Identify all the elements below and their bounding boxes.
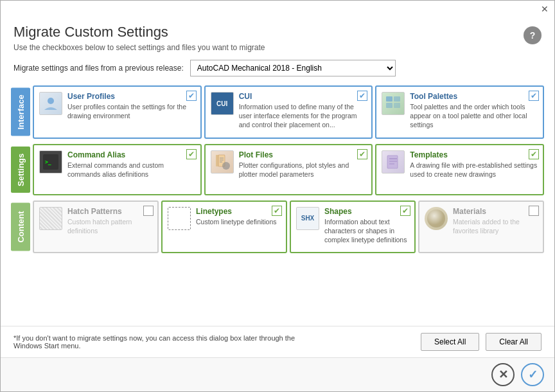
checkbox-checked-icon[interactable]: ✔ <box>357 91 367 101</box>
materials-icon <box>425 207 448 230</box>
settings-label: Settings <box>11 147 30 193</box>
dialog-title: Migrate Custom Settings <box>13 24 265 40</box>
user-profiles-desc: User profiles contain the settings for t… <box>67 102 195 120</box>
card-header: User Profiles User profiles contain the … <box>39 92 195 120</box>
command-alias-title: Command Alias <box>67 150 195 159</box>
footer: *If you don't want to migrate settings n… <box>1 326 554 357</box>
svg-point-12 <box>222 162 230 170</box>
hatch-patterns-icon <box>39 207 62 230</box>
dialog-title-area: Migrate Custom Settings Use the checkbox… <box>13 24 265 52</box>
linetypes-checkbox[interactable]: ✔ <box>272 206 282 216</box>
templates-checkbox[interactable]: ✔ <box>529 149 539 159</box>
hatch-patterns-title: Hatch Patterns <box>67 207 152 216</box>
hatch-patterns-checkbox[interactable] <box>143 206 154 216</box>
linetypes-icon <box>168 207 191 230</box>
hatch-patterns-desc: Custom hatch pattern definitions <box>67 217 152 235</box>
card-materials: Materials Materials added to the favorit… <box>418 200 544 254</box>
user-profiles-checkbox[interactable]: ✔ <box>186 91 197 101</box>
user-profiles-title: User Profiles <box>67 92 195 101</box>
linetypes-title: Linetypes <box>196 207 281 216</box>
templates-icon <box>382 150 405 174</box>
command-alias-icon: >_ <box>39 150 62 174</box>
card-user-profiles: ✔ User Profiles User prof <box>33 85 202 139</box>
cui-desc: Information used to define many of the u… <box>239 102 367 130</box>
user-profiles-icon <box>39 92 62 115</box>
interface-label: Interface <box>11 88 30 136</box>
card-title-area: Hatch Patterns Custom hatch pattern defi… <box>67 207 152 235</box>
card-shapes: ✔ SHX Shapes Information about text char… <box>290 200 416 254</box>
templates-title: Templates <box>410 150 538 159</box>
svg-point-17 <box>427 209 445 227</box>
checkbox-checked-icon[interactable]: ✔ <box>400 206 410 216</box>
shapes-desc: Information about text characters or sha… <box>324 217 409 245</box>
svg-rect-13 <box>387 156 398 168</box>
migrate-select[interactable]: AutoCAD Mechanical 2018 - EnglishAutoCAD… <box>190 60 396 76</box>
tool-palettes-icon <box>382 92 405 115</box>
dialog-header: Migrate Custom Settings Use the checkbox… <box>1 17 554 56</box>
tool-palettes-checkbox[interactable]: ✔ <box>529 91 539 101</box>
plot-files-checkbox[interactable]: ✔ <box>357 149 367 159</box>
footer-note: *If you don't want to migrate settings n… <box>13 334 309 350</box>
plot-files-icon <box>211 150 234 174</box>
card-title-area: User Profiles User profiles contain the … <box>67 92 195 120</box>
card-header: >_ Command Alias External commands and c… <box>39 150 195 179</box>
card-header: SHX Shapes Information about text charac… <box>296 207 409 245</box>
card-header: Linetypes Custom linetype definitions <box>168 207 281 230</box>
content-label: Content <box>11 203 30 251</box>
migrate-label: Migrate settings and files from a previo… <box>13 64 184 73</box>
shapes-title: Shapes <box>324 207 409 216</box>
card-title-area: Command Alias External commands and cust… <box>67 150 195 179</box>
checkbox-checked-icon[interactable]: ✔ <box>186 91 197 101</box>
card-title-area: Templates A drawing file with pre-establ… <box>410 150 538 179</box>
checkbox-checked-icon[interactable]: ✔ <box>357 149 367 159</box>
templates-desc: A drawing file with pre-established sett… <box>410 161 538 179</box>
card-header: CUI CUI Information used to define many … <box>211 92 367 130</box>
tool-palettes-desc: Tool palettes and the order which tools … <box>410 102 538 130</box>
command-alias-desc: External commands and custom commands al… <box>67 161 195 179</box>
content-section: Content Hatch Patterns Custom hatch patt… <box>11 200 544 254</box>
card-title-area: Linetypes Custom linetype definitions <box>196 207 281 226</box>
content-row: Hatch Patterns Custom hatch pattern defi… <box>33 200 544 254</box>
materials-checkbox[interactable] <box>529 206 539 216</box>
shapes-icon: SHX <box>296 207 319 230</box>
plot-files-title: Plot Files <box>239 150 367 159</box>
cui-icon: CUI <box>211 92 234 115</box>
checkbox-checked-icon[interactable]: ✔ <box>272 206 282 216</box>
svg-rect-2 <box>394 96 400 102</box>
help-button[interactable]: ? <box>524 26 542 44</box>
checkbox-unchecked-icon[interactable] <box>143 206 154 216</box>
dialog-subtitle: Use the checkboxes below to select setti… <box>13 43 265 52</box>
migrate-dialog: ✕ Migrate Custom Settings Use the checkb… <box>0 0 555 392</box>
card-linetypes: ✔ Linetypes <box>161 200 287 254</box>
linetypes-desc: Custom linetype definitions <box>196 217 281 226</box>
checkbox-checked-icon[interactable]: ✔ <box>186 149 197 159</box>
select-all-button[interactable]: Select All <box>421 333 479 351</box>
svg-rect-4 <box>394 103 400 108</box>
window-close-button[interactable]: ✕ <box>539 3 551 15</box>
checkbox-checked-icon[interactable]: ✔ <box>529 91 539 101</box>
card-title-area: CUI Information used to define many of t… <box>239 92 367 130</box>
command-alias-checkbox[interactable]: ✔ <box>186 149 197 159</box>
checkbox-checked-icon[interactable]: ✔ <box>529 149 539 159</box>
card-header: Hatch Patterns Custom hatch pattern defi… <box>39 207 152 235</box>
cancel-button[interactable]: ✕ <box>491 363 515 386</box>
checkbox-unchecked-icon[interactable] <box>529 206 539 216</box>
svg-rect-3 <box>386 103 392 108</box>
card-command-alias: ✔ >_ Command Alias Externa <box>33 144 202 195</box>
card-hatch-patterns: Hatch Patterns Custom hatch pattern defi… <box>33 200 159 254</box>
settings-section: Settings ✔ >_ <box>11 144 544 195</box>
shapes-checkbox[interactable]: ✔ <box>400 206 410 216</box>
cui-checkbox[interactable]: ✔ <box>357 91 367 101</box>
svg-text:>_: >_ <box>45 159 51 165</box>
materials-desc: Materials added to the favorites library <box>453 217 538 235</box>
card-title-area: Plot Files Plotter configurations, plot … <box>239 150 367 179</box>
bottom-bar: ✕ ✓ <box>1 357 554 391</box>
interface-section: Interface ✔ <box>11 85 544 139</box>
grid-area: Interface ✔ <box>1 83 554 326</box>
migrate-row: Migrate settings and files from a previo… <box>1 56 554 83</box>
settings-row: ✔ >_ Command Alias Externa <box>33 144 544 195</box>
ok-button[interactable]: ✓ <box>521 363 544 386</box>
clear-all-button[interactable]: Clear All <box>486 333 542 351</box>
tool-palettes-title: Tool Palettes <box>410 92 538 101</box>
card-title-area: Materials Materials added to the favorit… <box>453 207 538 235</box>
